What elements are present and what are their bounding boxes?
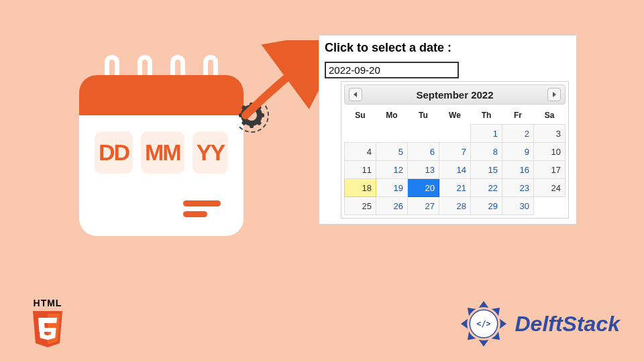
calendar-day[interactable]: 15 (471, 161, 502, 179)
calendar-day[interactable]: 29 (471, 197, 502, 215)
calendar-grid: SuMoTuWeThFrSa 1234567891011121314151617… (344, 107, 566, 215)
calendar-day[interactable]: 19 (376, 179, 408, 197)
calendar-day[interactable]: 24 (534, 179, 566, 197)
brand-name: DelftStack (515, 312, 621, 337)
weekday-header: Th (471, 107, 502, 125)
chevron-right-icon (551, 92, 557, 97)
yy-tag: YY (193, 131, 228, 174)
date-input[interactable] (325, 62, 459, 78)
weekday-header: Sa (534, 107, 566, 125)
svg-text:</>: </> (476, 319, 490, 328)
calendar-day[interactable]: 5 (376, 143, 408, 161)
calendar-day[interactable]: 6 (408, 143, 439, 161)
dd-tag: DD (95, 131, 133, 174)
next-month-button[interactable] (547, 88, 561, 101)
calendar-day[interactable]: 12 (376, 161, 408, 179)
date-panel: Click to select a date : September 2022 … (319, 35, 577, 225)
calendar-icon: DD MM YY (79, 62, 244, 243)
gear-icon (237, 101, 266, 130)
calendar-day[interactable]: 30 (502, 197, 534, 215)
picker-header: September 2022 (344, 84, 566, 105)
weekday-header: We (439, 107, 471, 125)
calendar-day-empty (345, 125, 376, 143)
mm-tag: MM (141, 131, 184, 174)
calendar-day[interactable]: 10 (534, 143, 566, 161)
calendar-day[interactable]: 3 (534, 125, 566, 143)
prev-month-button[interactable] (349, 88, 362, 101)
calendar-day[interactable]: 2 (502, 125, 534, 143)
calendar-day[interactable]: 14 (439, 161, 471, 179)
html5-shield-icon (30, 310, 65, 349)
calendar-day[interactable]: 1 (471, 125, 502, 143)
weekday-header: Fr (502, 107, 534, 125)
weekday-header: Su (345, 107, 376, 125)
calendar-day[interactable]: 25 (345, 197, 376, 215)
calendar-day[interactable]: 16 (502, 161, 534, 179)
calendar-day[interactable]: 18 (345, 179, 376, 197)
calendar-day[interactable]: 22 (471, 179, 502, 197)
weekday-header: Mo (376, 107, 408, 125)
calendar-day[interactable]: 11 (345, 161, 376, 179)
weekday-header: Tu (408, 107, 439, 125)
calendar-day-empty (534, 197, 566, 215)
calendar-day-empty (439, 125, 471, 143)
picker-month-label: September 2022 (416, 89, 493, 101)
calendar-day[interactable]: 26 (376, 197, 408, 215)
calendar-day-empty (376, 125, 408, 143)
calendar-day[interactable]: 8 (471, 143, 502, 161)
calendar-day[interactable]: 23 (502, 179, 534, 197)
calendar-day-empty (408, 125, 439, 143)
calendar-day[interactable]: 13 (408, 161, 439, 179)
calendar-day[interactable]: 21 (439, 179, 471, 197)
calendar-day[interactable]: 17 (534, 161, 566, 179)
calendar-day[interactable]: 7 (439, 143, 471, 161)
html5-logo: HTML (24, 298, 71, 349)
calendar-day[interactable]: 9 (502, 143, 534, 161)
calendar-day[interactable]: 20 (408, 179, 439, 197)
calendar-day[interactable]: 27 (408, 197, 439, 215)
delftstack-logo: </> DelftStack (459, 299, 621, 349)
chevron-left-icon (353, 92, 358, 97)
calendar-day[interactable]: 4 (345, 143, 376, 161)
date-picker[interactable]: September 2022 SuMoTuWeThFrSa 1234567891… (341, 81, 569, 219)
medallion-icon: </> (459, 299, 508, 349)
calendar-day[interactable]: 28 (439, 197, 471, 215)
html5-label: HTML (24, 298, 71, 308)
panel-title: Click to select a date : (325, 41, 571, 55)
